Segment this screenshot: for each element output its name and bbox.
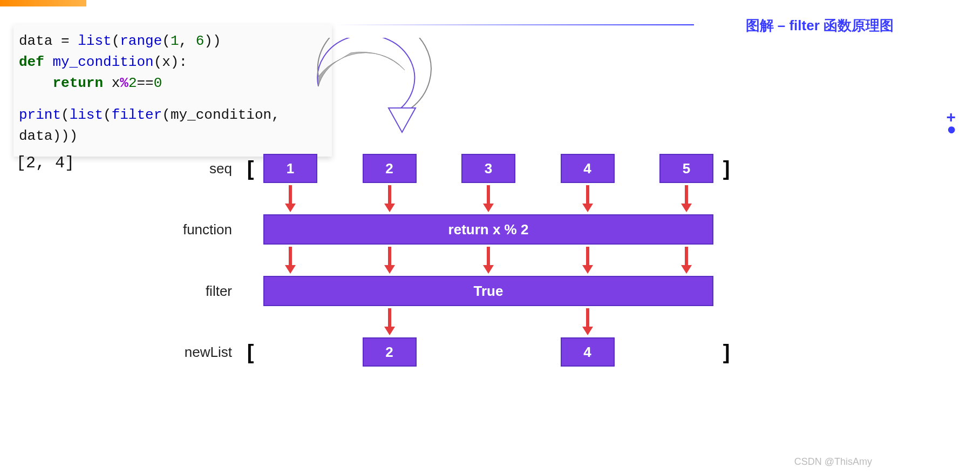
arrows-function-to-filter [151, 245, 734, 276]
code-snippet: data = list(range(1, 6)) def my_conditio… [13, 24, 332, 157]
code-number: 6 [196, 33, 205, 49]
seq-item: 4 [561, 154, 615, 183]
code-paren: ( [162, 33, 171, 49]
decorative-marks: + • [946, 108, 956, 133]
dot-icon: • [946, 126, 956, 133]
code-builtin: filter [112, 107, 162, 123]
filter-label: filter [151, 283, 243, 300]
code-text: data = [19, 33, 78, 49]
filter-diagram: seq [ 1 2 3 4 5 ] function return x % 2 [151, 154, 734, 367]
filter-row: filter True [151, 276, 734, 306]
code-text: (x): [154, 54, 187, 70]
code-builtin: list [70, 107, 103, 123]
newlist-row: newList [ 2 4 ] [151, 337, 734, 367]
code-builtin: print [19, 107, 61, 123]
function-row: function return x % 2 [151, 214, 734, 245]
title-divider [335, 24, 694, 25]
code-operator: % [120, 75, 128, 91]
newlist-label: newList [151, 344, 243, 361]
function-label: function [151, 221, 243, 238]
code-number: 0 [154, 75, 162, 91]
arrows-seq-to-function [151, 183, 734, 214]
seq-row: seq [ 1 2 3 4 5 ] [151, 154, 734, 183]
code-output: [2, 4] [16, 154, 74, 172]
svg-marker-0 [389, 108, 416, 132]
seq-boxes: 1 2 3 4 5 [258, 154, 719, 183]
code-number: 1 [171, 33, 179, 49]
code-keyword: def [19, 54, 44, 70]
code-paren: ( [112, 33, 120, 49]
bracket-open: [ [243, 341, 258, 364]
code-builtin: range [120, 33, 162, 49]
code-builtin: list [78, 33, 111, 49]
code-line-1: data = list(range(1, 6)) [19, 31, 326, 52]
seq-item: 2 [363, 154, 417, 183]
code-paren: ( [103, 107, 112, 123]
code-identifier: my_condition [44, 54, 154, 70]
arrows-filter-to-newlist [151, 306, 734, 337]
code-text: , [179, 33, 195, 49]
code-number: 2 [128, 75, 137, 91]
bracket-open: [ [243, 157, 258, 180]
bracket-close: ] [719, 341, 734, 364]
newlist-boxes: 2 4 [258, 337, 719, 367]
top-accent-bar [0, 0, 86, 6]
code-paren: ( [61, 107, 70, 123]
newlist-item: 2 [363, 337, 417, 367]
code-line-3: return x%2==0 [19, 73, 326, 94]
seq-item: 3 [461, 154, 515, 183]
newlist-item: 4 [561, 337, 615, 367]
code-text: == [137, 75, 153, 91]
seq-item: 5 [659, 154, 713, 183]
code-line-4: print(list(filter(my_condition, data))) [19, 105, 326, 147]
code-blank-line [19, 94, 326, 105]
seq-label: seq [151, 160, 243, 177]
code-line-2: def my_condition(x): [19, 52, 326, 73]
code-paren: )) [204, 33, 221, 49]
code-keyword: return [52, 75, 103, 91]
bracket-close: ] [719, 157, 734, 180]
code-text: x [103, 75, 120, 91]
filter-bar: True [263, 276, 713, 306]
function-bar: return x % 2 [263, 214, 713, 245]
curved-arrow-icon [302, 38, 453, 135]
seq-item: 1 [263, 154, 317, 183]
page-title: 图解 – filter 函数原理图 [746, 16, 894, 35]
watermark: CSDN @ThisAmy [794, 456, 872, 468]
